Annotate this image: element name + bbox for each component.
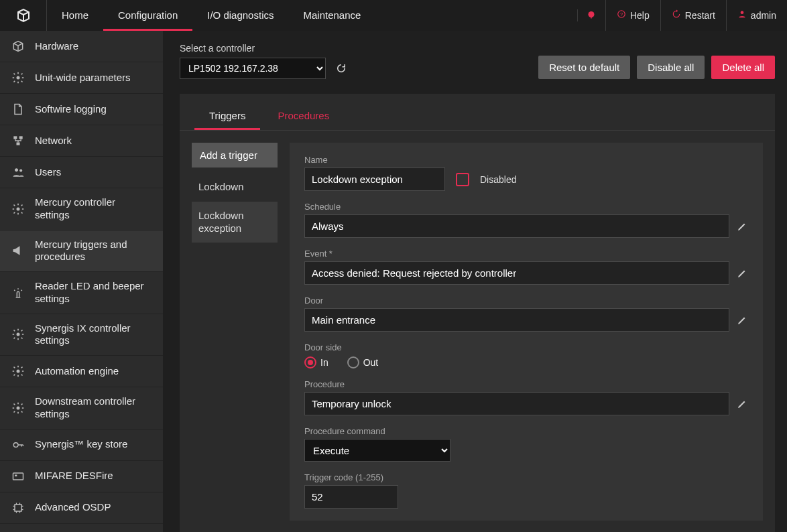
nav-tab-home[interactable]: Home: [47, 0, 103, 31]
trigger-form: Name Disabled Schedule Event *: [290, 143, 763, 521]
sidebar-item-label: Downstream controller settings: [35, 395, 152, 421]
trigger-item-lockdown[interactable]: Lockdown: [192, 173, 278, 202]
sidebar-item-network[interactable]: Network: [0, 125, 163, 157]
help-label: Help: [630, 0, 650, 31]
user-label: admin: [751, 0, 776, 31]
pencil-icon[interactable]: [736, 267, 748, 279]
sub-tab-procedures[interactable]: Procedures: [263, 103, 344, 130]
controller-select[interactable]: LP1502 192.167.2.38: [180, 58, 326, 79]
door-input[interactable]: [304, 308, 729, 332]
gear-icon: [11, 327, 25, 342]
sidebar-item-synergis-ix[interactable]: Synergis IX controller settings: [0, 314, 163, 356]
svg-point-14: [17, 406, 20, 409]
sidebar-item-label: Advanced OSDP: [35, 501, 111, 514]
svg-point-10: [19, 169, 22, 172]
svg-rect-16: [13, 473, 23, 480]
sidebar-item-advanced-osdp[interactable]: Advanced OSDP: [0, 492, 163, 524]
pencil-icon[interactable]: [736, 398, 748, 410]
svg-rect-1: [591, 17, 593, 19]
procedure-input[interactable]: [304, 392, 729, 415]
schedule-input[interactable]: [304, 214, 729, 238]
megaphone-icon: [11, 243, 25, 258]
sidebar-scrollbar[interactable]: [163, 31, 168, 532]
controller-row: Select a controller LP1502 192.167.2.38 …: [180, 43, 775, 94]
gear-icon: [11, 70, 25, 85]
topbar-right: ? Help Restart admin: [577, 0, 787, 31]
help-button[interactable]: ? Help: [605, 0, 660, 31]
sidebar-item-label: Reader LED and beeper settings: [35, 280, 152, 306]
sidebar-item-unit-wide-parameters[interactable]: Unit-wide parameters: [0, 62, 163, 94]
help-icon: ?: [617, 0, 626, 31]
sidebar-item-reader-led[interactable]: Reader LED and beeper settings: [0, 272, 163, 314]
name-label: Name: [304, 155, 748, 165]
chip-icon: [11, 501, 25, 515]
users-icon: [11, 165, 25, 180]
sidebar-item-hardware[interactable]: Hardware: [0, 31, 163, 62]
door-side-in-label[interactable]: In: [320, 357, 328, 368]
door-side-label: Door side: [304, 342, 748, 352]
sidebar-item-mercury-triggers[interactable]: Mercury triggers and procedures: [0, 230, 163, 273]
svg-text:?: ?: [620, 11, 623, 17]
sidebar-item-label: Network: [35, 135, 72, 147]
sidebar-item-label: Synergis IX controller settings: [35, 322, 152, 348]
sidebar-item-automation-engine[interactable]: Automation engine: [0, 356, 163, 387]
alert-indicator[interactable]: [577, 9, 605, 21]
restart-label: Restart: [685, 0, 715, 31]
refresh-button[interactable]: [332, 60, 350, 77]
pencil-icon[interactable]: [736, 314, 748, 326]
main-tabs: Home Configuration I/O diagnostics Maint…: [47, 0, 375, 31]
svg-rect-18: [15, 505, 21, 511]
topbar: Home Configuration I/O diagnostics Maint…: [0, 0, 787, 31]
sidebar-item-mifare[interactable]: MIFARE DESFire: [0, 461, 163, 492]
door-side-in-radio[interactable]: [304, 356, 316, 369]
event-label: Event *: [304, 249, 748, 259]
pencil-icon[interactable]: [736, 220, 748, 232]
user-menu[interactable]: admin: [726, 0, 787, 31]
proc-cmd-label: Procedure command: [304, 426, 748, 436]
sidebar-item-mercury-controller-settings[interactable]: Mercury controller settings: [0, 188, 163, 230]
svg-point-4: [741, 11, 744, 14]
refresh-icon: [335, 62, 347, 74]
nav-tab-maintenance[interactable]: Maintenance: [288, 0, 375, 31]
trigger-item-lockdown-exception[interactable]: Lockdown exception: [192, 202, 278, 243]
procedure-command-select[interactable]: Execute: [304, 439, 450, 462]
disable-all-button[interactable]: Disable all: [637, 56, 705, 79]
sub-tab-triggers[interactable]: Triggers: [194, 103, 260, 130]
nav-tab-configuration[interactable]: Configuration: [103, 0, 192, 31]
svg-rect-6: [13, 136, 17, 139]
disabled-checkbox[interactable]: [456, 173, 469, 186]
reset-to-default-button[interactable]: Reset to default: [538, 56, 630, 79]
gear-icon: [11, 401, 25, 415]
sidebar-item-label: Users: [35, 166, 61, 179]
disabled-label[interactable]: Disabled: [480, 174, 516, 185]
svg-point-15: [13, 442, 18, 447]
sidebar-item-users[interactable]: Users: [0, 157, 163, 188]
alarm-icon: [11, 285, 25, 300]
sidebar-item-softwire-logging[interactable]: Softwire logging: [0, 94, 163, 125]
network-icon: [11, 133, 25, 148]
main-content: Select a controller LP1502 192.167.2.38 …: [168, 31, 787, 532]
door-side-out-radio[interactable]: [347, 356, 359, 369]
sidebar-item-label: Automation engine: [35, 365, 119, 378]
name-input[interactable]: [304, 168, 445, 191]
sidebar-item-key-store[interactable]: Synergis™ key store: [0, 429, 163, 461]
nav-tab-io-diagnostics[interactable]: I/O diagnostics: [192, 0, 288, 31]
sidebar-item-downstream-controller[interactable]: Downstream controller settings: [0, 387, 163, 429]
restart-button[interactable]: Restart: [660, 0, 726, 31]
key-icon: [11, 438, 25, 452]
delete-all-button[interactable]: Delete all: [711, 56, 775, 79]
event-input[interactable]: [304, 261, 729, 285]
svg-point-11: [17, 207, 20, 210]
sidebar-item-label: MIFARE DESFire: [35, 470, 113, 482]
sidebar-item-label: Mercury triggers and procedures: [35, 239, 152, 264]
user-icon: [737, 0, 747, 31]
restart-icon: [672, 0, 681, 31]
trigger-list: Add a trigger Lockdown Lockdown exceptio…: [192, 143, 278, 521]
procedure-label: Procedure: [304, 379, 748, 389]
svg-point-5: [17, 76, 20, 80]
door-side-out-label[interactable]: Out: [363, 357, 379, 368]
svg-point-12: [17, 333, 20, 336]
add-trigger-button[interactable]: Add a trigger: [192, 143, 278, 168]
trigger-code-input[interactable]: [304, 485, 398, 509]
svg-rect-7: [19, 136, 23, 139]
